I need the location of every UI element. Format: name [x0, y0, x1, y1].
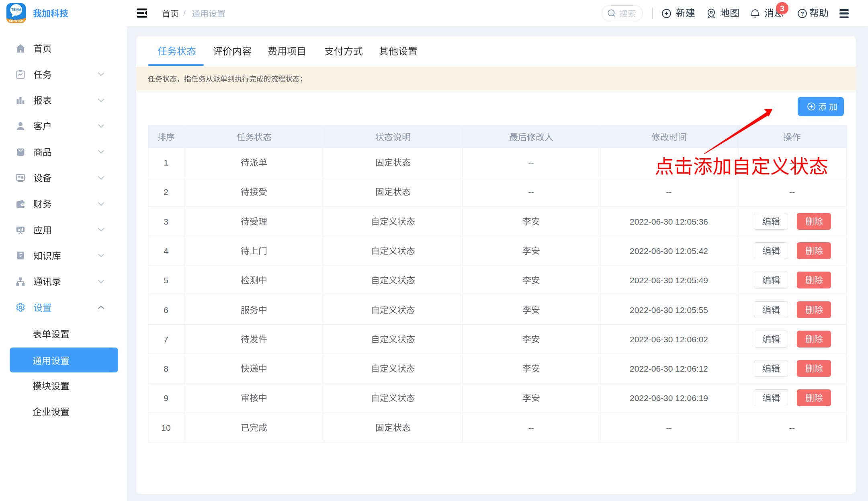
svg-text:TEAM: TEAM	[11, 8, 21, 12]
svg-text:?: ?	[800, 10, 804, 17]
svg-text:service: service	[8, 18, 23, 23]
